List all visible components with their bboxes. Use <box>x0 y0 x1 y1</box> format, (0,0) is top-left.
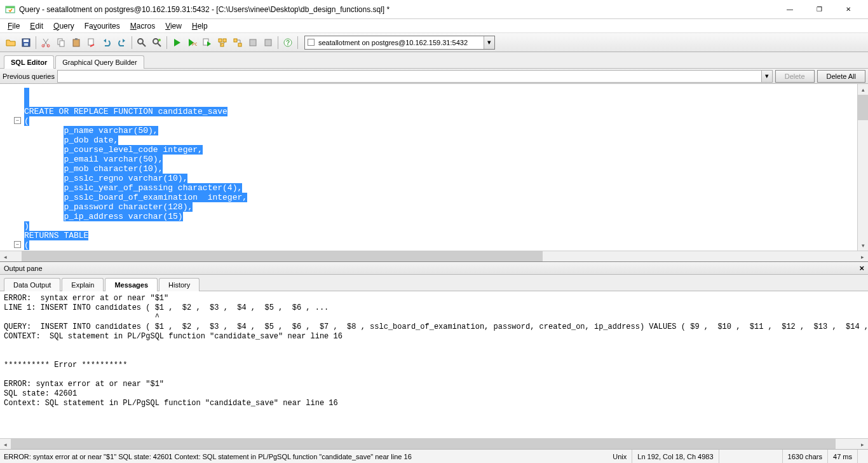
editor-hscrollbar[interactable]: ◂ ▸ <box>0 251 868 261</box>
paste-icon[interactable] <box>69 36 83 50</box>
svg-text:PG: PG <box>192 42 197 46</box>
svg-rect-22 <box>250 39 256 46</box>
svg-rect-21 <box>238 43 241 46</box>
window-title: Query - seatallotment on postgres@10.162… <box>19 5 775 14</box>
connection-label: seatallotment on postgres@10.162.159.31:… <box>317 39 484 46</box>
statusbar: ERROR: syntax error at or near "$1" SQL … <box>0 449 868 463</box>
fold-toggle[interactable]: − <box>14 117 21 124</box>
maximize-button[interactable]: ❐ <box>804 0 834 19</box>
svg-rect-11 <box>88 39 93 45</box>
connection-selector[interactable]: seatallotment on postgres@10.162.159.31:… <box>304 36 495 50</box>
tab-data-output[interactable]: Data Output <box>4 278 60 291</box>
db-status-icon <box>308 39 315 46</box>
output-tabs: Data Output Explain Messages History <box>0 275 868 291</box>
svg-point-13 <box>153 39 158 44</box>
close-output-icon[interactable]: × <box>859 263 864 273</box>
copy-icon[interactable] <box>54 36 68 50</box>
svg-point-5 <box>42 45 44 47</box>
titlebar: Query - seatallotment on postgres@10.162… <box>0 0 868 19</box>
svg-text:?: ? <box>286 39 290 46</box>
svg-rect-8 <box>60 41 64 46</box>
svg-point-14 <box>158 39 161 41</box>
find-icon[interactable] <box>135 36 149 50</box>
app-icon <box>5 4 15 15</box>
previous-queries-label: Previous queries <box>3 73 55 80</box>
menu-macros[interactable]: Macros <box>125 20 160 32</box>
svg-point-12 <box>138 39 143 44</box>
tab-history[interactable]: History <box>159 278 200 291</box>
tab-graphical-query-builder[interactable]: Graphical Query Builder <box>55 55 144 69</box>
status-position: Ln 192, Col 18, Ch 4983 <box>632 450 719 463</box>
execute-icon[interactable] <box>170 36 184 50</box>
minimize-button[interactable]: ― <box>775 0 804 19</box>
execute-pgscript-icon[interactable]: PG <box>185 36 199 50</box>
explain-analyze-icon[interactable] <box>231 36 245 50</box>
help-icon[interactable]: ? <box>281 36 295 50</box>
fold-toggle[interactable]: − <box>14 241 21 248</box>
svg-rect-17 <box>219 39 222 42</box>
delete-all-button[interactable]: Delete All <box>817 70 865 83</box>
status-os: Unix <box>607 450 632 463</box>
svg-rect-1 <box>6 6 15 8</box>
output-pane-label: Output pane <box>4 265 43 272</box>
svg-rect-10 <box>75 38 78 40</box>
svg-rect-18 <box>223 39 226 42</box>
toolbar: PG ? seatallotment on postgres@10.162.15… <box>0 33 868 52</box>
editor-vscrollbar[interactable]: ▴ ▾ <box>857 84 868 251</box>
redo-icon[interactable] <box>115 36 129 50</box>
open-icon[interactable] <box>4 36 18 50</box>
svg-rect-20 <box>234 39 237 42</box>
svg-rect-9 <box>73 39 79 46</box>
cancel-icon[interactable] <box>246 36 260 50</box>
editor-tabs: SQL Editor Graphical Query Builder <box>0 52 868 69</box>
replace-icon[interactable] <box>150 36 164 50</box>
menu-view[interactable]: View <box>160 20 187 32</box>
previous-queries-row: Previous queries ▾ Delete Delete All <box>0 69 868 84</box>
output-pane-header: Output pane × <box>0 262 868 275</box>
menu-edit[interactable]: Edit <box>25 20 48 32</box>
menu-file[interactable]: File <box>3 20 25 32</box>
tab-sql-editor[interactable]: SQL Editor <box>4 55 54 69</box>
execute-file-icon[interactable] <box>200 36 214 50</box>
chevron-down-icon[interactable]: ▾ <box>484 36 494 49</box>
explain-icon[interactable] <box>215 36 229 50</box>
status-chars: 1630 chars <box>783 450 828 463</box>
cut-icon[interactable] <box>39 36 53 50</box>
tab-explain[interactable]: Explain <box>62 278 104 291</box>
menu-favourites[interactable]: Favourites <box>79 20 125 32</box>
clear-icon[interactable] <box>85 36 98 50</box>
chevron-down-icon[interactable]: ▾ <box>761 71 772 82</box>
menu-help[interactable]: Help <box>187 20 213 32</box>
save-icon[interactable] <box>19 36 33 50</box>
menubar: File Edit Query Favourites Macros View H… <box>0 19 868 33</box>
stop-icon[interactable] <box>261 36 275 50</box>
sql-editor[interactable]: CREATE OR REPLACE FUNCTION candidate_sav… <box>0 84 868 262</box>
messages-output[interactable]: ERROR: syntax error at or near "$1" LINE… <box>0 291 868 449</box>
status-error: ERROR: syntax error at or near "$1" SQL … <box>0 453 607 460</box>
svg-rect-4 <box>24 43 28 46</box>
svg-rect-3 <box>24 39 29 42</box>
undo-icon[interactable] <box>100 36 114 50</box>
close-button[interactable]: ✕ <box>834 0 863 19</box>
svg-point-6 <box>47 45 50 47</box>
previous-queries-combo[interactable]: ▾ <box>57 70 773 83</box>
delete-button[interactable]: Delete <box>775 70 815 83</box>
status-time: 47 ms <box>828 450 858 463</box>
output-hscrollbar[interactable]: ◂ ▸ <box>0 438 868 449</box>
tab-messages[interactable]: Messages <box>105 278 158 291</box>
svg-rect-23 <box>265 39 271 46</box>
menu-query[interactable]: Query <box>48 20 79 32</box>
